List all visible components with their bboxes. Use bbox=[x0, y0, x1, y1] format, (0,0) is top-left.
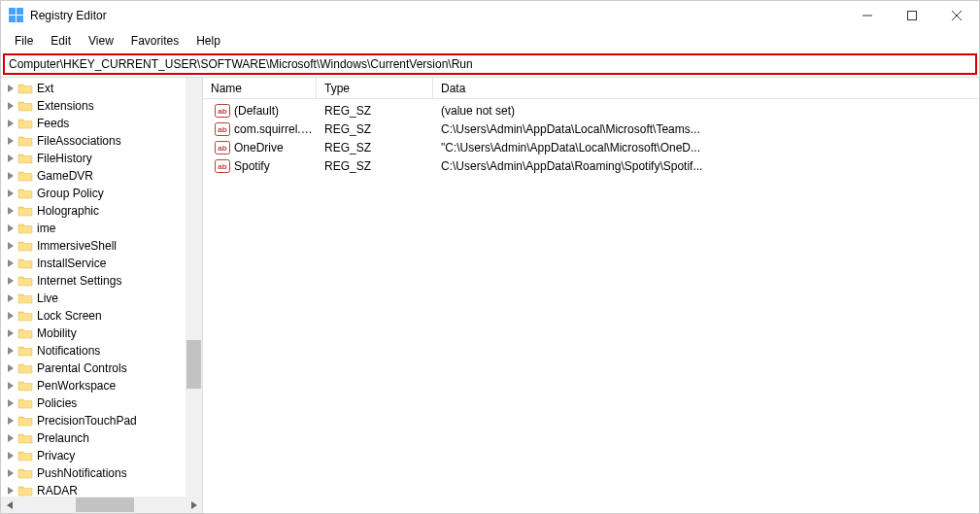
maximize-button[interactable] bbox=[890, 1, 934, 30]
folder-icon bbox=[17, 169, 33, 183]
value-row[interactable]: abcom.squirrel.Tea...REG_SZC:\Users\Admi… bbox=[203, 120, 979, 138]
value-type: REG_SZ bbox=[317, 104, 433, 118]
chevron-right-icon[interactable] bbox=[5, 154, 17, 162]
svg-rect-0 bbox=[9, 8, 16, 15]
column-data[interactable]: Data bbox=[433, 78, 979, 98]
chevron-right-icon[interactable] bbox=[5, 347, 17, 355]
reg-sz-icon: ab bbox=[215, 159, 230, 173]
minimize-button[interactable] bbox=[845, 1, 890, 30]
chevron-right-icon[interactable] bbox=[5, 434, 17, 442]
reg-sz-icon: ab bbox=[215, 141, 230, 154]
tree-item[interactable]: Feeds bbox=[1, 115, 186, 132]
menu-edit[interactable]: Edit bbox=[43, 32, 79, 50]
tree-item[interactable]: GameDVR bbox=[1, 167, 186, 185]
menu-file[interactable]: File bbox=[7, 32, 41, 50]
tree-item[interactable]: Policies bbox=[1, 394, 186, 412]
value-data: "C:\Users\Admin\AppData\Local\Microsoft\… bbox=[433, 141, 979, 154]
menu-favorites[interactable]: Favorites bbox=[123, 32, 186, 50]
tree-item[interactable]: Group Policy bbox=[1, 185, 186, 202]
chevron-right-icon[interactable] bbox=[5, 172, 17, 180]
tree-item[interactable]: Privacy bbox=[1, 447, 186, 464]
tree-item[interactable]: ImmersiveShell bbox=[1, 237, 186, 255]
chevron-right-icon[interactable] bbox=[5, 189, 17, 197]
chevron-right-icon[interactable] bbox=[5, 85, 17, 92]
tree-item[interactable]: Lock Screen bbox=[1, 307, 186, 325]
tree-item[interactable]: ime bbox=[1, 220, 186, 237]
scroll-right-button[interactable] bbox=[186, 497, 202, 513]
tree-item[interactable]: PrecisionTouchPad bbox=[1, 412, 186, 429]
chevron-right-icon[interactable] bbox=[5, 277, 17, 285]
tree-scroll[interactable]: ExtExtensionsFeedsFileAssociationsFileHi… bbox=[1, 78, 186, 497]
tree-item[interactable]: Notifications bbox=[1, 342, 186, 360]
svg-marker-22 bbox=[8, 329, 14, 337]
tree-item[interactable]: Mobility bbox=[1, 325, 186, 342]
column-name[interactable]: Name bbox=[203, 78, 317, 98]
svg-marker-30 bbox=[8, 469, 14, 477]
tree-vertical-scrollbar-thumb[interactable] bbox=[186, 340, 201, 389]
tree-item[interactable]: Extensions bbox=[1, 97, 186, 115]
tree-horizontal-scrollbar[interactable] bbox=[1, 497, 202, 513]
tree-item-label: PenWorkspace bbox=[37, 379, 116, 393]
chevron-right-icon[interactable] bbox=[5, 242, 17, 250]
titlebar[interactable]: Registry Editor bbox=[1, 1, 979, 30]
svg-marker-16 bbox=[8, 224, 14, 232]
chevron-right-icon[interactable] bbox=[5, 224, 17, 232]
chevron-right-icon[interactable] bbox=[5, 137, 17, 145]
chevron-right-icon[interactable] bbox=[5, 312, 17, 320]
tree-item[interactable]: Prelaunch bbox=[1, 429, 186, 447]
menubar: File Edit View Favorites Help bbox=[1, 30, 979, 51]
tree-item[interactable]: Holographic bbox=[1, 202, 186, 220]
chevron-right-icon[interactable] bbox=[5, 469, 17, 477]
menu-view[interactable]: View bbox=[81, 32, 121, 50]
tree-item-label: Group Policy bbox=[37, 187, 104, 200]
tree-item[interactable]: Parental Controls bbox=[1, 360, 186, 377]
reg-sz-icon: ab bbox=[215, 122, 230, 136]
tree-item[interactable]: FileAssociations bbox=[1, 132, 186, 150]
tree-item[interactable]: Ext bbox=[1, 80, 186, 97]
tree-item[interactable]: PenWorkspace bbox=[1, 377, 186, 394]
tree-item[interactable]: FileHistory bbox=[1, 150, 186, 167]
tree-horizontal-scrollbar-track[interactable] bbox=[17, 497, 186, 512]
tree-item-label: FileAssociations bbox=[37, 134, 121, 148]
chevron-right-icon[interactable] bbox=[5, 487, 17, 495]
chevron-right-icon[interactable] bbox=[5, 259, 17, 267]
tree-item[interactable]: PushNotifications bbox=[1, 464, 186, 482]
value-row[interactable]: ab(Default)REG_SZ(value not set) bbox=[203, 101, 979, 120]
chevron-right-icon[interactable] bbox=[5, 452, 17, 460]
chevron-right-icon[interactable] bbox=[5, 382, 17, 390]
folder-icon bbox=[17, 361, 33, 375]
tree-item-label: ime bbox=[37, 222, 55, 235]
folder-icon bbox=[17, 82, 33, 95]
tree-item[interactable]: RADAR bbox=[1, 482, 186, 497]
scroll-left-button[interactable] bbox=[1, 497, 17, 513]
value-type: REG_SZ bbox=[317, 159, 433, 173]
chevron-right-icon[interactable] bbox=[5, 364, 17, 372]
folder-icon bbox=[17, 396, 33, 410]
address-bar[interactable]: Computer\HKEY_CURRENT_USER\SOFTWARE\Micr… bbox=[3, 53, 977, 75]
tree-vertical-scrollbar[interactable] bbox=[186, 78, 202, 497]
chevron-right-icon[interactable] bbox=[5, 102, 17, 110]
chevron-right-icon[interactable] bbox=[5, 329, 17, 337]
tree-item[interactable]: Internet Settings bbox=[1, 272, 186, 290]
column-type[interactable]: Type bbox=[317, 78, 433, 98]
chevron-right-icon[interactable] bbox=[5, 399, 17, 407]
value-name: Spotify bbox=[234, 159, 270, 173]
svg-marker-12 bbox=[8, 154, 14, 162]
chevron-right-icon[interactable] bbox=[5, 417, 17, 425]
tree-item[interactable]: Live bbox=[1, 290, 186, 307]
svg-rect-3 bbox=[17, 16, 23, 22]
chevron-right-icon[interactable] bbox=[5, 120, 17, 127]
chevron-right-icon[interactable] bbox=[5, 294, 17, 302]
tree-horizontal-scrollbar-thumb[interactable] bbox=[76, 497, 134, 512]
value-name: (Default) bbox=[234, 104, 279, 118]
address-text: Computer\HKEY_CURRENT_USER\SOFTWARE\Micr… bbox=[9, 57, 473, 71]
folder-icon bbox=[17, 152, 33, 165]
value-type: REG_SZ bbox=[317, 141, 433, 154]
chevron-right-icon[interactable] bbox=[5, 207, 17, 215]
svg-marker-31 bbox=[8, 487, 14, 495]
value-row[interactable]: abSpotifyREG_SZC:\Users\Admin\AppData\Ro… bbox=[203, 156, 979, 175]
tree-item[interactable]: InstallService bbox=[1, 255, 186, 272]
close-button[interactable] bbox=[934, 1, 979, 30]
value-row[interactable]: abOneDriveREG_SZ"C:\Users\Admin\AppData\… bbox=[203, 138, 979, 156]
menu-help[interactable]: Help bbox=[188, 32, 228, 50]
